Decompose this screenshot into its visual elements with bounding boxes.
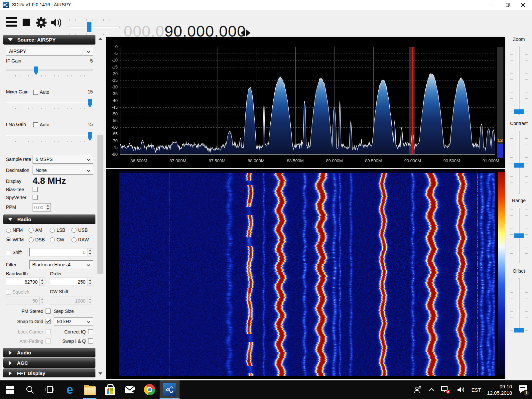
people-icon[interactable] [414,386,422,394]
file-explorer-button[interactable] [80,380,100,399]
shift-input[interactable]: 0 [29,248,93,256]
lna-gain-track[interactable] [6,135,93,136]
lna-gain-slider[interactable] [6,132,93,142]
ppm-spinner[interactable] [45,203,51,211]
device-select[interactable]: AIRSPY [6,47,93,56]
sidebar-scrollbar[interactable] [96,35,104,377]
mode-raw[interactable]: RAW [71,237,89,243]
bandwidth-input[interactable]: 82790 [6,278,45,286]
ppm-input[interactable]: 0.00 [33,203,51,211]
store-button[interactable] [100,380,120,399]
lna-gain-auto[interactable]: Auto [33,122,49,128]
filter-select[interactable]: Blackman-Harris 4 [29,260,93,269]
contrast-slider[interactable] [506,131,532,194]
offset-thumb[interactable] [514,328,524,332]
mixer-gain-auto[interactable]: Auto [33,89,49,95]
zoom-thumb[interactable] [514,109,524,114]
shift-checkbox[interactable] [6,250,11,255]
mixer-gain-slider[interactable] [6,99,93,109]
stop-button[interactable] [23,19,30,26]
shift-toggle[interactable]: Shift [6,249,22,255]
clock[interactable]: 09:10 12.05.2018 [487,383,512,396]
lna-gain-thumb[interactable] [88,132,92,141]
frequency-step-down-icon[interactable] [241,29,245,37]
offset-slider[interactable] [506,278,532,332]
mode-am[interactable]: AM [29,227,42,233]
chevron-up-icon[interactable] [428,388,435,392]
sdrsharp-taskbar-button[interactable] [160,380,180,399]
restore-button[interactable] [500,0,515,10]
scroll-up-icon[interactable] [98,38,102,40]
mode-cw[interactable]: CW [50,237,64,243]
speaker-icon[interactable] [50,17,63,29]
snap-to-grid-checkbox[interactable] [46,319,51,324]
settings-gear-icon[interactable] [35,17,47,29]
contrast-thumb[interactable] [514,163,524,168]
mode-wfm[interactable]: WFM [6,237,24,243]
mode-lsb[interactable]: LSB [50,227,65,233]
contrast-track[interactable] [518,131,520,194]
close-button[interactable] [515,0,531,10]
sample-rate-select[interactable]: 6 MSPS [33,155,93,164]
action-center-button[interactable]: 1 [518,385,527,395]
spectrum-display[interactable] [106,37,505,168]
squelch-checkbox[interactable] [6,290,11,295]
mixer-gain-track[interactable] [6,102,93,103]
chrome-button[interactable] [140,380,160,399]
zoom-track[interactable] [518,47,520,115]
agc-panel-header[interactable]: AGC [3,358,95,368]
range-thumb[interactable] [514,233,524,238]
if-gain-slider[interactable] [6,66,93,76]
source-panel-header[interactable]: Source: AIRSPY [3,35,95,45]
task-view-button[interactable] [40,380,60,399]
lock-carrier-checkbox[interactable] [46,329,51,334]
volume-thumb[interactable] [87,22,91,32]
minimize-button[interactable] [483,0,499,10]
audio-panel-header[interactable]: Audio [3,348,95,357]
fm-stereo-checkbox[interactable] [46,309,51,314]
lna-auto-checkbox[interactable] [33,122,38,127]
scroll-down-icon[interactable] [98,372,102,375]
squelch-toggle[interactable]: Squelch [6,289,29,295]
frequency-step-up-icon[interactable] [246,29,250,37]
if-gain-track[interactable] [6,69,93,70]
volume-slider[interactable] [68,23,120,32]
order-input[interactable]: 250 [50,278,93,286]
cw-shift-spinner[interactable] [87,297,93,305]
cw-shift-input[interactable]: 1000 [50,297,93,305]
if-gain-thumb[interactable] [34,66,38,75]
decimation-select[interactable]: None [33,166,93,175]
zoom-slider[interactable] [506,47,532,115]
mail-button[interactable] [120,380,140,399]
radio-panel-header[interactable]: Radio [3,214,95,224]
fft-display-panel-header[interactable]: FFT Display [3,368,95,377]
search-button[interactable] [20,380,40,399]
squelch-input[interactable]: 50 [6,297,45,305]
mixer-auto-checkbox[interactable] [33,90,38,95]
waterfall-display[interactable] [106,169,505,379]
tray-speaker-icon[interactable] [457,386,466,394]
mixer-gain-thumb[interactable] [88,99,92,108]
spectrum-canvas[interactable] [106,37,505,168]
mode-nfm[interactable]: NFM [6,227,23,233]
start-button[interactable] [0,380,20,399]
volume-track[interactable] [68,27,120,28]
bandwidth-spinner[interactable] [39,278,45,286]
waterfall-canvas[interactable] [106,169,505,379]
range-slider[interactable] [506,208,532,263]
mode-dsb[interactable]: DSB [29,237,45,243]
network-disconnected-icon[interactable] [441,385,451,394]
scrollbar-thumb[interactable] [97,135,103,274]
step-size-select[interactable]: 50 kHz [54,317,93,326]
menu-button[interactable] [6,17,17,27]
swap-iq-checkbox[interactable] [88,338,93,343]
language-indicator[interactable]: EST [471,387,481,393]
edge-button[interactable]: e [60,380,80,399]
spyverter-checkbox[interactable] [33,195,38,200]
mode-usb[interactable]: USB [71,227,88,233]
order-spinner[interactable] [87,278,93,286]
bias-tee-checkbox[interactable] [33,187,38,192]
offset-track[interactable] [518,278,520,332]
shift-spinner[interactable] [87,248,93,256]
correct-iq-checkbox[interactable] [88,329,93,334]
